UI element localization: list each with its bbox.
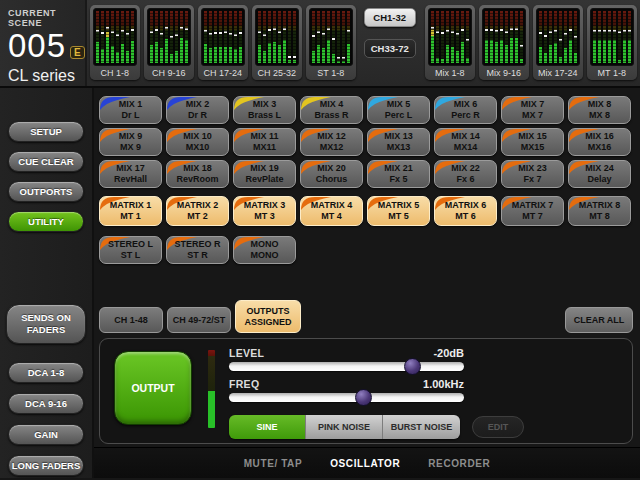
output-button-tag: MX15 — [521, 142, 545, 153]
output-button-mix-19[interactable]: MIX 19RevPlate — [233, 160, 296, 188]
meter-level-bar — [258, 45, 261, 63]
oscillator-output-button[interactable]: OUTPUT — [114, 351, 192, 425]
meter-strip — [131, 11, 134, 63]
output-button-matrix-1[interactable]: MATRIX 1MT 1 — [99, 196, 162, 226]
meter-strip — [337, 11, 340, 63]
output-button-stereo-l[interactable]: STEREO LST L — [99, 236, 162, 264]
output-button-mix-22[interactable]: MIX 22Fx 6 — [434, 160, 497, 188]
meter-level-bar — [623, 40, 626, 63]
output-button-matrix-7[interactable]: MATRIX 7MT 7 — [501, 196, 564, 226]
meter-peak-indicator — [155, 29, 158, 31]
output-button-mix-14[interactable]: MIX 14MX14 — [434, 128, 497, 156]
meter-peak-indicator — [106, 27, 109, 29]
output-button-stereo-r[interactable]: STEREO RST R — [166, 236, 229, 264]
filter-tab-ch-49-72-st[interactable]: CH 49-72/ST — [167, 307, 231, 333]
filter-tab-ch-1-48[interactable]: CH 1-48 — [99, 307, 163, 333]
output-button-mix-4[interactable]: MIX 4Brass R — [300, 96, 363, 124]
output-button-matrix-8[interactable]: MATRIX 8MT 8 — [568, 196, 631, 226]
meter-peak-indicator — [175, 34, 178, 36]
output-button-mix-15[interactable]: MIX 15MX15 — [501, 128, 564, 156]
output-button-matrix-5[interactable]: MATRIX 5MT 5 — [367, 196, 430, 226]
output-button-matrix-2[interactable]: MATRIX 2MT 2 — [166, 196, 229, 226]
output-button-mix-10[interactable]: MIX 10MX10 — [166, 128, 229, 156]
meter-peak-indicator — [593, 30, 596, 32]
meter-strip — [456, 11, 459, 63]
meter-peak-indicator — [288, 56, 291, 58]
sidebar-item-sends-on-faders[interactable]: SENDS ON FADERS — [6, 304, 86, 344]
output-button-mix-20[interactable]: MIX 20Chorus — [300, 160, 363, 188]
meter-level-bar — [628, 40, 631, 63]
sidebar-item-setup[interactable]: SETUP — [8, 121, 84, 142]
meter-strip — [175, 11, 178, 63]
output-button-tag: RevHall — [114, 174, 147, 185]
meter-peak-indicator — [520, 45, 523, 47]
freq-slider-thumb[interactable] — [355, 389, 372, 406]
output-button-mix-7[interactable]: MIX 7MX 7 — [501, 96, 564, 124]
output-button-mix-21[interactable]: MIX 21Fx 5 — [367, 160, 430, 188]
edit-button[interactable]: EDIT — [472, 416, 524, 438]
meter-peak-indicator — [500, 29, 503, 31]
meter-peak-indicator — [101, 32, 104, 34]
output-button-mix-6[interactable]: MIX 6Perc R — [434, 96, 497, 124]
waveform-button-burst-noise[interactable]: BURST NOISE — [383, 415, 460, 439]
meter-peak-indicator — [451, 31, 454, 33]
output-button-mix-5[interactable]: MIX 5Perc L — [367, 96, 430, 124]
meter-level-bar — [603, 40, 606, 63]
output-button-mix-16[interactable]: MIX 16MX16 — [568, 128, 631, 156]
sidebar-item-utility[interactable]: UTILITY — [8, 211, 84, 232]
output-button-mix-12[interactable]: MIX 12MX12 — [300, 128, 363, 156]
output-button-matrix-3[interactable]: MATRIX 3MT 3 — [233, 196, 296, 226]
output-button-name: MIX 13 — [384, 131, 413, 142]
level-slider-track[interactable] — [229, 362, 464, 371]
meter-screen — [147, 8, 191, 66]
output-button-mix-18[interactable]: MIX 18RevRoom — [166, 160, 229, 188]
output-button-mix-9[interactable]: MIX 9MX 9 — [99, 128, 162, 156]
output-button-mix-1[interactable]: MIX 1Dr L — [99, 96, 162, 124]
output-button-mix-17[interactable]: MIX 17RevHall — [99, 160, 162, 188]
filter-tab-outputs-assigned[interactable]: OUTPUTSASSIGNED — [235, 300, 301, 333]
output-button-mix-8[interactable]: MIX 8MX 8 — [568, 96, 631, 124]
output-button-name: MIX 2 — [186, 99, 210, 110]
sidebar-item-outports[interactable]: OUTPORTS — [8, 181, 84, 202]
output-button-mix-11[interactable]: MIX 11MX11 — [233, 128, 296, 156]
output-button-name: MIX 12 — [317, 131, 346, 142]
output-button-matrix-4[interactable]: MATRIX 4MT 4 — [300, 196, 363, 226]
sidebar-item-dca-1-8[interactable]: DCA 1-8 — [8, 362, 84, 383]
waveform-button-group: SINEPINK NOISEBURST NOISE — [229, 415, 460, 439]
output-button-matrix-6[interactable]: MATRIX 6MT 6 — [434, 196, 497, 226]
meter-level-bar — [150, 45, 153, 63]
meter-strip — [544, 11, 547, 63]
waveform-button-sine[interactable]: SINE — [229, 415, 306, 439]
sidebar-item-dca-9-16[interactable]: DCA 9-16 — [8, 393, 84, 414]
output-button-mix-3[interactable]: MIX 3Brass L — [233, 96, 296, 124]
output-button-mix-24[interactable]: MIX 24Delay — [568, 160, 631, 188]
output-button-mono[interactable]: MONOMONO — [233, 236, 296, 264]
output-button-name: MIX 22 — [451, 163, 480, 174]
scene-number[interactable]: 005 — [8, 29, 66, 62]
sidebar-item-long-faders[interactable]: LONG FADERS — [8, 455, 84, 476]
bottom-tab-oscillator[interactable]: OSCILLATOR — [330, 458, 400, 469]
bank-button-ch1-32[interactable]: CH1-32 — [364, 8, 416, 27]
meter-strip — [466, 11, 469, 63]
level-slider-thumb[interactable] — [404, 358, 421, 375]
bottom-tab-recorder[interactable]: RECORDER — [428, 458, 490, 469]
level-slider-block: LEVEL -20dB — [229, 347, 464, 371]
meter-peak-indicator — [554, 30, 557, 32]
meter-level-bar — [446, 45, 449, 63]
bank-button-ch33-72[interactable]: CH33-72 — [364, 39, 416, 58]
bottom-tab-mute-tap[interactable]: MUTE/ TAP — [244, 458, 303, 469]
output-button-mix-2[interactable]: MIX 2Dr R — [166, 96, 229, 124]
sidebar-item-cue-clear[interactable]: CUE CLEAR — [8, 151, 84, 172]
meter-strip — [111, 11, 114, 63]
output-button-name: MIX 14 — [451, 131, 480, 142]
output-button-mix-23[interactable]: MIX 23Fx 7 — [501, 160, 564, 188]
output-button-tag: MT 8 — [589, 211, 610, 222]
output-button-tag: Fx 7 — [523, 174, 541, 185]
clear-all-button[interactable]: CLEAR ALL — [565, 307, 633, 333]
meter-level-bar — [165, 39, 168, 63]
meter-peak-indicator — [490, 29, 493, 31]
freq-slider-track[interactable] — [229, 393, 464, 402]
sidebar-item-gain[interactable]: GAIN — [8, 424, 84, 445]
output-button-mix-13[interactable]: MIX 13MX13 — [367, 128, 430, 156]
waveform-button-pink-noise[interactable]: PINK NOISE — [306, 415, 383, 439]
